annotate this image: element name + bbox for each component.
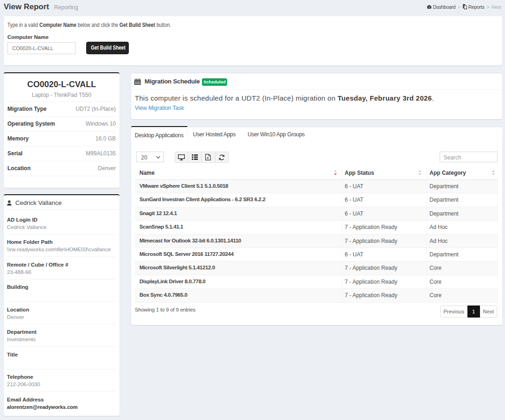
svg-text:x: x bbox=[207, 156, 209, 160]
